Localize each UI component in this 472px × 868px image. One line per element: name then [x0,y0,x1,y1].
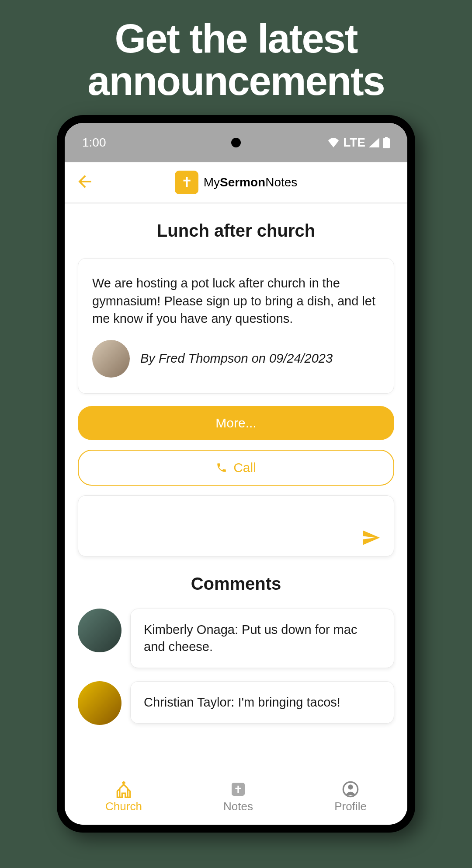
bottom-nav: Church Notes Profile [65,768,407,825]
call-button[interactable]: Call [78,450,394,486]
status-right: LTE [327,136,390,150]
notes-icon [229,780,248,799]
comment-input[interactable] [78,495,394,556]
nav-profile[interactable]: Profile [334,780,367,813]
more-button[interactable]: More... [78,406,394,440]
comment-text: Kimberly Onaga: Put us down for mac and … [130,609,394,668]
phone-icon [216,462,227,473]
comment-row: Christian Taylor: I'm bringing tacos! [78,681,394,725]
wifi-icon [327,138,340,147]
marketing-headline: Get the latest announcements [0,0,472,115]
call-button-label: Call [233,460,256,475]
svg-point-4 [348,784,353,790]
status-time: 1:00 [82,136,106,150]
camera-hole [231,138,241,147]
back-button[interactable] [75,172,94,193]
nav-profile-label: Profile [334,800,367,813]
svg-rect-1 [385,137,388,138]
announcement-body: We are hosting a pot luck after church i… [92,274,380,328]
announcement-card: We are hosting a pot luck after church i… [78,258,394,394]
church-icon [114,780,133,799]
author-row: By Fred Thompson on 09/24/2023 [92,340,380,378]
nav-church[interactable]: Church [105,780,142,813]
phone-frame: 1:00 LTE MySermonNotes [57,115,415,833]
send-icon[interactable] [361,528,381,547]
profile-icon [341,780,360,799]
commenter-avatar [78,609,121,652]
arrow-left-icon [75,172,94,191]
announcement-title: Lunch after church [78,221,394,241]
status-network: LTE [343,136,365,150]
logo-icon [175,171,198,194]
comment-text: Christian Taylor: I'm bringing tacos! [130,681,394,724]
battery-icon [383,137,390,148]
app-logo: MySermonNotes [175,171,298,194]
comments-title: Comments [78,574,394,594]
signal-icon [369,138,379,147]
phone-screen: 1:00 LTE MySermonNotes [65,123,407,825]
app-header: MySermonNotes [65,162,407,203]
author-byline: By Fred Thompson on 09/24/2023 [140,351,333,366]
commenter-avatar [78,681,121,725]
nav-church-label: Church [105,800,142,813]
author-avatar [92,340,130,378]
status-bar: 1:00 LTE [65,123,407,162]
logo-text: MySermonNotes [204,175,298,189]
svg-rect-0 [383,138,390,148]
nav-notes-label: Notes [223,800,253,813]
nav-notes[interactable]: Notes [223,780,253,813]
content-area[interactable]: Lunch after church We are hosting a pot … [65,203,407,768]
comment-row: Kimberly Onaga: Put us down for mac and … [78,609,394,668]
more-button-label: More... [215,416,256,430]
